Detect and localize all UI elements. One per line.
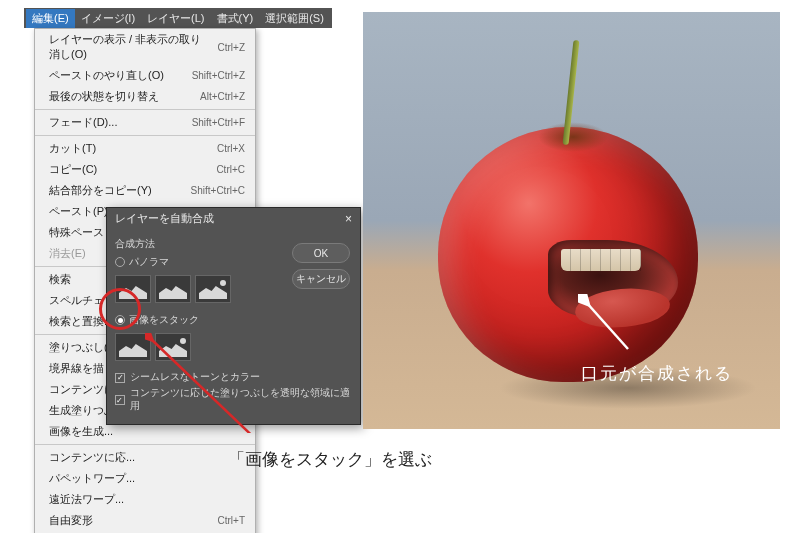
menu-item[interactable]: コピー(C)Ctrl+C xyxy=(35,159,255,180)
menubar: 編集(E)イメージ(I)レイヤー(L)書式(Y)選択範囲(S) xyxy=(24,8,332,28)
menu-item-label: 自由変形 xyxy=(49,513,93,528)
menu-item-label: 遠近法ワープ... xyxy=(49,492,124,507)
menu-item-label: 画像を生成... xyxy=(49,424,113,439)
stack-thumb-icon xyxy=(155,333,191,361)
menu-shortcut: Shift+Ctrl+F xyxy=(192,117,245,128)
ok-button[interactable]: OK xyxy=(292,243,350,263)
menu-item-label: ペースト(P) xyxy=(49,204,108,219)
stack-thumb-icon xyxy=(115,333,151,361)
menubar-item[interactable]: 選択範囲(S) xyxy=(259,9,330,28)
menu-item-label: フェード(D)... xyxy=(49,115,117,130)
menubar-item[interactable]: 書式(Y) xyxy=(211,9,260,28)
annotation-text-1: 「画像をスタック」を選ぶ xyxy=(228,448,432,471)
menu-item[interactable]: コンテンツに応... xyxy=(35,447,255,468)
menu-item-label: カット(T) xyxy=(49,141,96,156)
menu-item[interactable]: 結合部分をコピー(Y)Shift+Ctrl+C xyxy=(35,180,255,201)
menubar-item[interactable]: 編集(E) xyxy=(26,9,75,28)
menu-item[interactable]: レイヤーの表示 / 非表示の取り消し(O)Ctrl+Z xyxy=(35,29,255,65)
menu-item-label: 最後の状態を切り替え xyxy=(49,89,159,104)
menu-item[interactable]: 最後の状態を切り替えAlt+Ctrl+Z xyxy=(35,86,255,107)
menu-item-label: ペーストのやり直し(O) xyxy=(49,68,164,83)
menu-item[interactable]: 自由変形Ctrl+T xyxy=(35,510,255,531)
menu-item-label: 消去(E) xyxy=(49,246,86,261)
menu-item-label: 結合部分をコピー(Y) xyxy=(49,183,152,198)
menu-separator xyxy=(35,444,255,445)
panorama-thumb-icon xyxy=(115,275,151,303)
menu-separator xyxy=(35,135,255,136)
dialog-titlebar: レイヤーを自動合成 × xyxy=(107,208,360,229)
menubar-item[interactable]: イメージ(I) xyxy=(75,9,141,28)
checkbox-tone[interactable]: シームレスなトーンとカラー xyxy=(115,371,352,384)
auto-blend-dialog: レイヤーを自動合成 × 合成方法 パノラマ 画像をスタック シームレスなトーンと… xyxy=(106,207,361,425)
radio-stack[interactable]: 画像をスタック xyxy=(115,313,352,327)
menu-item-label: パペットワープ... xyxy=(49,471,135,486)
menu-shortcut: Shift+Ctrl+Z xyxy=(192,70,245,81)
menu-separator xyxy=(35,109,255,110)
menu-item-label: レイヤーの表示 / 非表示の取り消し(O) xyxy=(49,32,202,62)
cancel-button[interactable]: キャンセル xyxy=(292,269,350,289)
close-icon[interactable]: × xyxy=(345,212,352,226)
menu-item[interactable]: 遠近法ワープ... xyxy=(35,489,255,510)
menu-shortcut: Ctrl+C xyxy=(216,164,245,175)
menu-item[interactable]: フェード(D)...Shift+Ctrl+F xyxy=(35,112,255,133)
menu-item[interactable]: ペーストのやり直し(O)Shift+Ctrl+Z xyxy=(35,65,255,86)
menu-shortcut: Ctrl+Z xyxy=(218,42,246,53)
menu-shortcut: Alt+Ctrl+Z xyxy=(200,91,245,102)
menubar-item[interactable]: レイヤー(L) xyxy=(141,9,210,28)
result-photo: 口元が合成される xyxy=(363,12,780,429)
menu-shortcut: Ctrl+T xyxy=(218,515,246,526)
menu-item-label: 検索と置換... xyxy=(49,314,113,329)
radio-icon xyxy=(115,315,125,325)
checkbox-content-fill[interactable]: コンテンツに応じた塗りつぶしを透明な領域に適用 xyxy=(115,387,352,413)
menu-item-label: コピー(C) xyxy=(49,162,97,177)
panorama-thumb-icon xyxy=(195,275,231,303)
menu-item-label: 検索 xyxy=(49,272,71,287)
checkbox-icon xyxy=(115,395,125,405)
menu-shortcut: Ctrl+X xyxy=(217,143,245,154)
menu-item-label: コンテンツに応... xyxy=(49,450,135,465)
menu-shortcut: Shift+Ctrl+C xyxy=(191,185,245,196)
menu-item[interactable]: パペットワープ... xyxy=(35,468,255,489)
annotation-text-2: 口元が合成される xyxy=(581,362,733,385)
dialog-title-text: レイヤーを自動合成 xyxy=(115,211,214,226)
checkbox-icon xyxy=(115,373,125,383)
menu-item[interactable]: カット(T)Ctrl+X xyxy=(35,138,255,159)
radio-icon xyxy=(115,257,125,267)
panorama-thumb-icon xyxy=(155,275,191,303)
